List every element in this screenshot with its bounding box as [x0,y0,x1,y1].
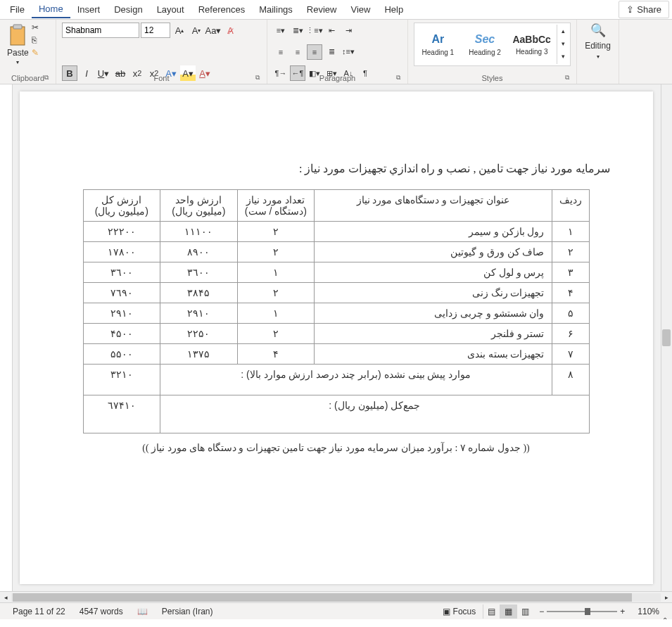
align-center-button[interactable]: ≡ [290,44,305,60]
cell-total: ٧٦٩٠ [83,283,160,303]
cell-unit: ٢٩١٠ [160,303,238,324]
zoom-out-button[interactable]: − [539,607,544,616]
horizontal-scrollbar[interactable]: ◂ ▸ [0,591,672,602]
gallery-more-button[interactable]: ▾ [557,50,569,63]
zoom-slider[interactable]: − + [533,607,630,616]
menu-home[interactable]: Home [32,1,70,18]
proofing-icon[interactable]: 📖 [130,607,155,616]
font-size-input[interactable] [141,23,170,38]
document-area[interactable]: سرمایه مورد نیاز جهت تامین , نصب و راه ا… [0,84,672,591]
scroll-track[interactable] [11,593,661,602]
zoom-thumb[interactable] [585,608,590,615]
justify-button[interactable]: ≣ [324,44,339,60]
style-heading2[interactable]: Sec Heading 2 [463,25,507,64]
menu-mailings[interactable]: Mailings [252,1,300,18]
table-row: ۵وان شستشو و چربی زدایی١٢٩١٠٢٩١٠ [83,303,589,324]
paste-button[interactable]: Paste ▾ [6,23,30,67]
table-row-unforeseen: ٨موارد پیش بینی نشده (برابر چند درصد ارز… [83,365,589,395]
table-row: ٢صاف کن ورق و گیوتین٢٨٩٠٠١٧٨٠٠ [83,242,589,262]
cell-n: ٧ [552,344,589,365]
menu-design[interactable]: Design [107,1,149,18]
vertical-scrollbar[interactable] [661,84,672,591]
scroll-thumb-h[interactable] [13,593,632,602]
font-group: A▴ A▾ Aa▾ A̷ B I U▾ ab x2 x2 A▾ A▾ A▾ Fo… [56,20,267,84]
menu-view[interactable]: View [343,1,377,18]
menu-layout[interactable]: Layout [150,1,191,18]
styles-launcher[interactable]: ⧉ [565,74,573,82]
language-status[interactable]: Persian (Iran) [155,607,220,616]
menu-insert[interactable]: Insert [70,1,108,18]
cell-name: رول بازکن و سیمر [315,222,552,242]
collapse-ribbon-button[interactable]: ⌃ [662,616,668,619]
bullets-button[interactable]: ≡▾ [273,23,289,38]
gallery-up-button[interactable]: ▴ [557,25,569,37]
table-header-row: ردیف عنوان تجهیزات و دستگاه‌های مورد نیا… [83,190,589,222]
word-count[interactable]: 4547 words [72,607,130,616]
document-page[interactable]: سرمایه مورد نیاز جهت تامین , نصب و راه ا… [20,91,653,584]
increase-indent-button[interactable]: ⇥ [341,23,356,38]
grow-font-button[interactable]: A▴ [172,23,187,38]
style-preview: Ar [431,33,444,46]
scroll-right-button[interactable]: ▸ [661,594,672,601]
menu-help[interactable]: Help [377,1,410,18]
menu-file[interactable]: File [3,1,32,18]
editing-group: 🔍 Editing ▾ [577,20,619,84]
clipboard-launcher[interactable]: ⧉ [44,74,53,82]
align-right-button[interactable]: ≡ [307,44,322,60]
font-label: Font [56,74,267,82]
cell-n: ۵ [552,303,589,324]
style-heading1[interactable]: Ar Heading 1 [416,25,460,64]
cell-unit: ٨٩٠٠ [160,242,238,262]
copy-icon[interactable]: ⎘ [32,35,39,45]
zoom-level[interactable]: 110% [630,607,666,616]
col-name-header: عنوان تجهیزات و دستگاه‌های مورد نیاز [315,190,552,222]
cell-n: ٨ [552,365,589,395]
cell-qty: ٢ [237,222,315,242]
equipment-table: ردیف عنوان تجهیزات و دستگاه‌های مورد نیا… [83,189,590,433]
table-row: ۴تجهیزات رنگ زنی٢٣٨۴۵٧٦٩٠ [83,283,589,303]
style-name: Heading 2 [469,49,501,56]
numbering-button[interactable]: ≣▾ [290,23,305,38]
cell-unit: ٢٢۵٠ [160,324,238,344]
paragraph-launcher[interactable]: ⧉ [396,74,405,82]
statusbar: Page 11 of 22 4547 words 📖 Persian (Iran… [0,602,672,619]
search-icon: 🔍 [590,23,606,38]
cell-qty: ١ [237,303,315,324]
cell-n: ٣ [552,262,589,283]
page-status[interactable]: Page 11 of 22 [6,607,72,616]
read-mode-button[interactable]: ▤ [483,604,500,619]
clear-format-button[interactable]: A̷ [222,23,238,38]
style-preview: AaBbCc [512,34,550,45]
multilevel-button[interactable]: ⋮≡▾ [307,23,322,38]
focus-icon: ▣ [443,607,450,616]
format-painter-icon[interactable]: ✎ [32,48,39,58]
change-case-button[interactable]: Aa▾ [205,23,221,38]
zoom-in-button[interactable]: + [620,607,625,616]
print-layout-button[interactable]: ▦ [500,604,516,619]
decrease-indent-button[interactable]: ⇤ [324,23,339,38]
focus-mode-button[interactable]: ▣ Focus [436,607,483,616]
shrink-font-button[interactable]: A▾ [189,23,204,38]
web-layout-button[interactable]: ▥ [516,604,533,619]
scroll-thumb[interactable] [662,329,671,346]
align-left-button[interactable]: ≡ [273,44,289,60]
style-name: Heading 3 [516,48,548,56]
cell-n: ٢ [552,242,589,262]
line-spacing-button[interactable]: ↕≡▾ [341,44,356,60]
style-heading3[interactable]: AaBbCc Heading 3 [509,25,554,64]
editing-button[interactable]: 🔍 Editing ▾ [583,23,613,60]
menu-review[interactable]: Review [300,1,344,18]
col-total-header: ارزش کل (میلیون ریال) [83,190,160,222]
font-name-input[interactable] [62,23,139,38]
cell-name: تستر و فلنجر [315,324,552,344]
table-row: ٧تجهیزات بسته بندی۴١٣٧۵۵۵٠٠ [83,344,589,365]
menu-references[interactable]: References [191,1,252,18]
col-qty-header: تعداد مورد نیاز (دستگاه / ست) [237,190,315,222]
zoom-track[interactable] [547,611,617,612]
share-button[interactable]: ⇪ Share [619,1,669,18]
scroll-left-button[interactable]: ◂ [0,594,11,601]
cell-total: ٢٢٢٠٠ [83,222,160,242]
font-launcher[interactable]: ⧉ [255,74,264,82]
gallery-down-button[interactable]: ▾ [557,37,569,50]
cut-icon[interactable]: ✂ [32,23,39,32]
